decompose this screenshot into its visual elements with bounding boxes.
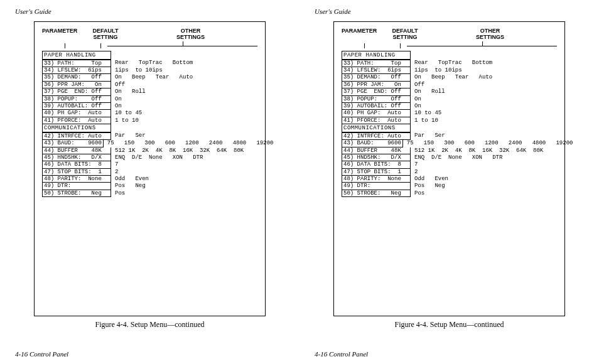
- section-title: COMMUNICATIONS: [342, 124, 411, 132]
- other-settings-cell: Rear TopTrac Bottom: [411, 60, 557, 67]
- param-cell: 40) PH GAP: Auto: [342, 110, 411, 117]
- other-settings-cell: Pos: [411, 190, 557, 197]
- param-cell: 48) PARITY: None: [342, 176, 411, 183]
- other-settings-cell: 10 to 45: [111, 110, 257, 117]
- param-cell: 49) DTR:: [342, 183, 411, 190]
- other-settings-cell: Pos Neg: [411, 183, 557, 190]
- other-settings-cell: 1ips to 10ips: [411, 67, 557, 74]
- setting-row: 33) PATH: TopRear TopTrac Bottom: [342, 60, 557, 67]
- setting-row: 44) BUFFER 48K512 1K 2K 4K 8K 16K 32K 64…: [42, 147, 257, 154]
- page-left: User's Guide PARAMETERDEFAULTSETTINGOTHE…: [0, 0, 300, 364]
- setting-row: 50) STROBE: NegPos: [342, 190, 557, 197]
- setting-row: 35) DEMAND: OffOn Beep Tear Auto: [342, 74, 557, 81]
- param-cell: 45) HNDSHK: D/X: [42, 154, 111, 161]
- setting-row: 48) PARITY: NoneOdd Even: [342, 176, 557, 183]
- other-settings-cell: 2: [111, 169, 257, 176]
- param-cell: 38) POPUP: Off: [342, 96, 411, 103]
- other-settings-cell: On: [411, 103, 557, 110]
- other-settings-cell: Off: [411, 82, 557, 88]
- page-header: User's Guide: [15, 0, 284, 19]
- other-settings-cell: On: [411, 96, 557, 103]
- setting-row: 46) DATA BITS: 87: [342, 161, 557, 168]
- other-settings-cell: 7: [111, 161, 257, 168]
- other-settings-cell: Odd Even: [411, 176, 557, 183]
- column-headers: PARAMETERDEFAULTSETTINGOTHERSETTINGS: [42, 28, 257, 41]
- setting-row: 38) POPUP: OffOn: [42, 96, 257, 103]
- setting-row: 40) PH GAP: Auto10 to 45: [342, 110, 557, 117]
- section-title: COMMUNICATIONS: [42, 124, 111, 132]
- other-settings-cell: 1ips to 10ips: [111, 67, 257, 74]
- col-default-setting: DEFAULTSETTING: [387, 28, 423, 41]
- param-cell: 50) STROBE: Neg: [42, 190, 111, 197]
- setting-row: 46) DATA BITS: 87: [42, 161, 257, 168]
- header-ticks: [342, 43, 557, 50]
- param-cell: 41) PFORCE: Auto: [42, 117, 111, 124]
- other-settings-cell: On Beep Tear Auto: [111, 74, 257, 81]
- param-cell: 34) LFSLEW: 6ips: [342, 67, 411, 74]
- other-settings-cell: 75 150 300 600 1200 2400 4800 19200: [403, 140, 573, 147]
- setting-row: 39) AUTOBAIL: OffOn: [42, 103, 257, 110]
- param-cell: 50) STROBE: Neg: [342, 190, 411, 197]
- setting-row: 34) LFSLEW: 6ips1ips to 10ips: [42, 67, 257, 74]
- other-settings-cell: 75 150 300 600 1200 2400 4800 19200: [104, 140, 274, 147]
- col-parameter: PARAMETER: [342, 28, 387, 41]
- other-settings-cell: Rear TopTrac Bottom: [111, 60, 257, 67]
- param-cell: 49) DTR:: [42, 183, 111, 190]
- header-ticks: [42, 43, 257, 50]
- other-settings-cell: ENQ D/E None XON DTR: [111, 154, 257, 161]
- setting-row: 49) DTR: Pos Neg: [342, 183, 557, 190]
- param-cell: 43) BAUD: 9600: [342, 140, 403, 147]
- param-cell: 39) AUTOBAIL: Off: [342, 103, 411, 110]
- other-settings-cell: 2: [411, 169, 557, 176]
- setting-row: 39) AUTOBAIL: OffOn: [342, 103, 557, 110]
- setting-row: 49) DTR: Pos Neg: [42, 183, 257, 190]
- param-cell: 45) HNDSHK: D/X: [342, 154, 411, 161]
- other-settings-cell: 512 1K 2K 4K 8K 16K 32K 64K 80K: [411, 147, 557, 154]
- param-cell: 46) DATA BITS: 8: [42, 161, 111, 168]
- setting-row: 43) BAUD: 960075 150 300 600 1200 2400 4…: [42, 140, 257, 147]
- other-settings-cell: Odd Even: [111, 176, 257, 183]
- param-cell: 34) LFSLEW: 6ips: [42, 67, 111, 74]
- setting-row: 50) STROBE: NegPos: [42, 190, 257, 197]
- setting-row: 48) PARITY: NoneOdd Even: [42, 176, 257, 183]
- other-settings-cell: Pos Neg: [111, 183, 257, 190]
- other-settings-cell: 10 to 45: [411, 110, 557, 117]
- setting-row: 41) PFORCE: Auto1 to 10: [42, 117, 257, 124]
- param-cell: 42) INTRFCE: Auto: [42, 132, 111, 140]
- col-other-settings: OTHERSETTINGS: [124, 28, 257, 41]
- other-settings-cell: On: [111, 96, 257, 103]
- page-spread: User's Guide PARAMETERDEFAULTSETTINGOTHE…: [0, 0, 599, 364]
- param-cell: 36) PPR JAM: On: [342, 82, 411, 88]
- setting-row: 40) PH GAP: Auto10 to 45: [42, 110, 257, 117]
- other-settings-cell: On: [111, 103, 257, 110]
- setting-row: 44) BUFFER 48K512 1K 2K 4K 8K 16K 32K 64…: [342, 147, 557, 154]
- setting-row: 33) PATH: TopRear TopTrac Bottom: [42, 60, 257, 67]
- col-default-setting: DEFAULTSETTING: [87, 28, 124, 41]
- setting-row: 34) LFSLEW: 6ips1ips to 10ips: [342, 67, 557, 74]
- param-cell: 48) PARITY: None: [42, 176, 111, 183]
- setting-row: 43) BAUD: 960075 150 300 600 1200 2400 4…: [342, 140, 557, 147]
- other-settings-cell: On Roll: [111, 88, 257, 95]
- setting-row: 42) INTRFCE: AutoPar Ser: [42, 132, 257, 140]
- setting-row: 45) HNDSHK: D/XENQ D/E None XON DTR: [42, 154, 257, 161]
- setting-row: 47) STOP BITS: 12: [42, 169, 257, 176]
- other-settings-cell: Par Ser: [111, 132, 257, 140]
- other-settings-cell: On Roll: [411, 88, 557, 95]
- param-cell: 47) STOP BITS: 1: [42, 169, 111, 176]
- setting-row: 36) PPR JAM: OnOff: [42, 82, 257, 88]
- section-title: PAPER HANDLING: [342, 51, 411, 60]
- setting-row: 42) INTRFCE: AutoPar Ser: [342, 132, 557, 140]
- param-cell: 41) PFORCE: Auto: [342, 117, 411, 124]
- page-right: User's Guide PARAMETERDEFAULTSETTINGOTHE…: [300, 0, 599, 364]
- page-footer: 4-16 Control Panel: [315, 350, 368, 358]
- setting-row: 41) PFORCE: Auto1 to 10: [342, 117, 557, 124]
- param-cell: 46) DATA BITS: 8: [342, 161, 411, 168]
- setting-row: 37) PGE END: OffOn Roll: [42, 88, 257, 95]
- page-footer: 4-16 Control Panel: [15, 350, 68, 358]
- param-cell: 37) PGE END: Off: [342, 88, 411, 95]
- other-settings-cell: ENQ D/E None XON DTR: [411, 154, 557, 161]
- param-cell: 33) PATH: Top: [342, 60, 411, 67]
- setting-row: 38) POPUP: OffOn: [342, 96, 557, 103]
- col-other-settings: OTHERSETTINGS: [423, 28, 557, 41]
- param-cell: 37) PGE END: Off: [42, 88, 111, 95]
